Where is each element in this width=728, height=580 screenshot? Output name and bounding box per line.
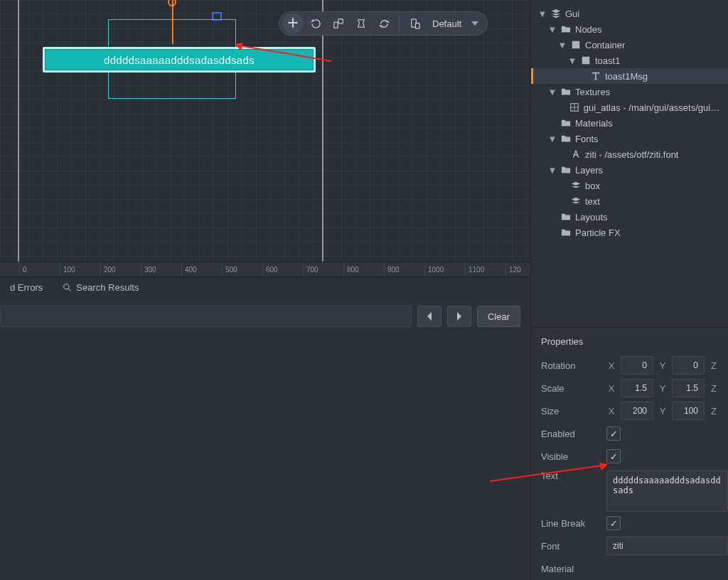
ruler-tick: 100 — [60, 262, 75, 276]
tree-label: ziti - /assets/otf/ziti.font — [585, 149, 679, 160]
tree-item-layers[interactable]: ▼ Layers — [531, 162, 728, 178]
tree-item-gui[interactable]: ▼ Gui — [531, 6, 728, 21]
svg-rect-8 — [572, 41, 580, 49]
font-select-value: ziti — [613, 541, 623, 551]
ruler-tick: 1100 — [465, 262, 484, 276]
search-controls-row: Clear — [0, 297, 530, 335]
ruler-tick: 700 — [303, 262, 318, 276]
prop-label: Enabled — [541, 429, 602, 439]
tree-item-gui-atlas[interactable]: gui_atlas - /main/gui/assets/gui_atlas.a… — [531, 100, 728, 115]
visible-checkbox[interactable]: ✓ — [606, 449, 621, 463]
tree-item-nodes[interactable]: ▼ Nodes — [531, 21, 728, 37]
tree-item-text-layer[interactable]: text — [531, 193, 728, 209]
layer-icon — [571, 181, 581, 190]
folder-icon — [561, 165, 571, 175]
refresh-tool-button[interactable] — [373, 14, 395, 33]
tree-item-fonts[interactable]: ▼ Fonts — [531, 131, 728, 146]
toast-node-text: dddddsaaaaadddsadasddsads — [104, 54, 255, 66]
ruler-tick: 0 — [19, 262, 27, 276]
scene-canvas[interactable]: dddddsaaaaadddsadasddsads — [0, 0, 530, 262]
tree-twisty-icon[interactable]: ▼ — [568, 55, 577, 66]
tree-twisty-icon[interactable]: ▼ — [538, 9, 547, 19]
search-prev-button[interactable] — [417, 306, 441, 327]
folder-icon — [561, 24, 571, 34]
tree-label: Nodes — [575, 24, 602, 35]
canvas-toolbar: Default — [279, 11, 488, 36]
prop-label: Scale — [541, 383, 602, 394]
ruler-tick: 120 — [505, 262, 521, 276]
tree-label: Layers — [575, 165, 603, 176]
axis-z-label: Z — [709, 406, 719, 417]
bottom-panel-tabs: d Errors Search Results — [0, 277, 530, 297]
device-label[interactable]: Default — [427, 18, 467, 29]
search-input[interactable] — [0, 306, 412, 327]
prop-linebreak: Line Break ✓ — [541, 512, 728, 535]
tree-item-particle-fx[interactable]: Particle FX — [531, 225, 728, 240]
tree-twisty-icon[interactable]: ▼ — [548, 134, 557, 144]
prop-label: Font — [541, 541, 602, 552]
canvas-ruler: 0 100 200 300 400 500 600 700 800 900 10… — [0, 262, 530, 277]
linebreak-checkbox[interactable]: ✓ — [606, 516, 621, 530]
tree-label: toast1 — [595, 55, 620, 66]
ruler-tick: 800 — [343, 262, 359, 276]
enabled-checkbox[interactable]: ✓ — [606, 426, 621, 441]
move-tool-button[interactable] — [282, 14, 304, 33]
text-value-input[interactable] — [606, 471, 728, 512]
tree-item-box-layer[interactable]: box — [531, 178, 728, 193]
folder-icon — [561, 227, 571, 237]
tree-item-materials[interactable]: Materials — [531, 115, 728, 131]
search-next-button[interactable] — [447, 306, 471, 327]
device-dropdown-chevron[interactable] — [469, 14, 481, 33]
folder-icon — [561, 87, 571, 97]
prop-size: Size X Y Z — [541, 399, 728, 422]
visibility-tool-button[interactable] — [350, 14, 372, 33]
tree-label: gui_atlas - /main/gui/assets/gui_atlas.a… — [584, 102, 724, 113]
rotation-x-input[interactable] — [621, 356, 653, 375]
font-select[interactable]: ziti — [606, 537, 728, 555]
prop-text: Text — [541, 468, 728, 512]
ruler-tick: 500 — [222, 262, 237, 276]
svg-rect-3 — [338, 19, 343, 23]
tree-twisty-icon[interactable]: ▼ — [548, 24, 557, 35]
rotate-tool-button[interactable] — [305, 14, 326, 33]
size-y-input[interactable] — [672, 402, 705, 420]
prop-label: Text — [541, 471, 602, 481]
ruler-tick: 400 — [181, 262, 197, 276]
tree-twisty-icon[interactable]: ▼ — [548, 165, 557, 176]
svg-rect-2 — [334, 22, 338, 28]
tree-label: Textures — [575, 87, 610, 97]
toast-node[interactable]: dddddsaaaaadddsadasddsads — [43, 47, 316, 72]
tab-label: Search Results — [76, 282, 139, 293]
tree-item-toast1[interactable]: ▼ toast1 — [531, 53, 728, 68]
ruler-tick: 1000 — [424, 262, 444, 276]
tree-label: toast1Msg — [605, 71, 648, 82]
tree-item-layouts[interactable]: Layouts — [531, 209, 728, 225]
prop-rotation: Rotation X Y Z — [541, 354, 728, 377]
tree-item-textures[interactable]: ▼ Textures — [531, 84, 728, 100]
folder-icon — [561, 212, 571, 222]
tree-label: Container — [585, 40, 625, 50]
clear-button-label: Clear — [488, 311, 510, 322]
axis-y-label: Y — [658, 406, 668, 417]
scale-y-input[interactable] — [672, 379, 705, 397]
tree-item-ziti-font[interactable]: ziti - /assets/otf/ziti.font — [531, 146, 728, 162]
tab-label: d Errors — [10, 282, 43, 293]
rotation-y-input[interactable] — [672, 356, 705, 375]
axis-y-label: Y — [658, 360, 668, 371]
size-x-input[interactable] — [621, 402, 653, 420]
tree-item-toast1msg[interactable]: toast1Msg — [531, 68, 728, 84]
tree-twisty-icon[interactable]: ▼ — [548, 87, 557, 97]
tab-build-errors[interactable]: d Errors — [10, 282, 43, 293]
tree-twisty-icon[interactable]: ▼ — [558, 40, 567, 50]
tab-search-results[interactable]: Search Results — [63, 282, 139, 293]
tree-item-container[interactable]: ▼ Container — [531, 37, 728, 53]
scale-tool-button[interactable] — [328, 14, 349, 33]
prop-enabled: Enabled ✓ — [541, 422, 728, 445]
scale-x-input[interactable] — [621, 379, 653, 397]
search-clear-button[interactable]: Clear — [477, 306, 520, 327]
search-icon — [63, 283, 72, 292]
svg-rect-9 — [582, 57, 590, 65]
outline-tree: ▼ Gui ▼ Nodes ▼ Container ▼ toast1 toast… — [531, 0, 728, 250]
device-icon[interactable] — [404, 14, 425, 33]
ruler-tick: 600 — [262, 262, 278, 276]
